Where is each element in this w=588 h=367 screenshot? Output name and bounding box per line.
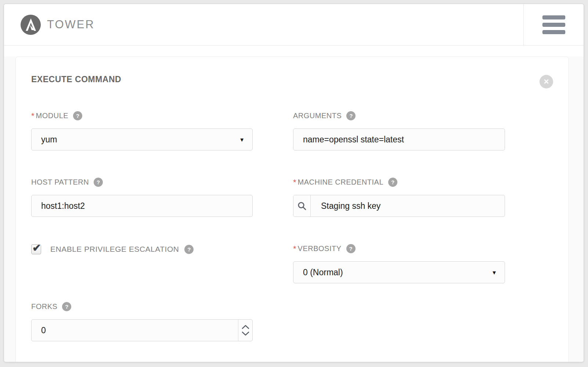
verbosity-label: VERBOSITY (298, 244, 342, 253)
help-icon[interactable]: ? (94, 178, 103, 187)
chevron-down-icon: ▼ (239, 137, 245, 143)
execute-command-panel: EXECUTE COMMAND ✕ * MODULE ? (15, 57, 569, 362)
verbosity-selected-value: 0 (Normal) (293, 268, 505, 277)
stepper-up-icon[interactable] (242, 324, 249, 330)
top-navbar: TOWER (4, 4, 584, 46)
close-icon[interactable]: ✕ (540, 75, 553, 88)
hamburger-bar (542, 30, 565, 34)
module-label: MODULE (36, 112, 69, 120)
help-icon[interactable]: ? (346, 111, 356, 120)
ansible-logo-icon (21, 15, 41, 35)
hamburger-bar (542, 23, 565, 27)
form-column-right: ARGUMENTS ? * MACHINE CREDENTIAL ? (293, 111, 505, 362)
privilege-escalation-label: ENABLE PRIVILEGE ESCALATION (50, 245, 179, 254)
machine-credential-box (293, 195, 505, 217)
forks-box (31, 319, 253, 341)
module-label-row: * MODULE ? (31, 111, 253, 120)
forks-stepper (238, 320, 252, 341)
module-select[interactable]: yum ▼ (31, 128, 253, 150)
host-pattern-field-group: HOST PATTERN ? (31, 178, 253, 217)
arguments-box (293, 128, 505, 150)
navbar-menu-section (523, 4, 584, 45)
help-icon[interactable]: ? (388, 178, 397, 187)
host-pattern-label-row: HOST PATTERN ? (31, 178, 253, 187)
chevron-down-icon: ▼ (491, 269, 497, 276)
privilege-escalation-group: ✔ ENABLE PRIVILEGE ESCALATION ? (31, 244, 253, 254)
module-selected-value: yum (32, 135, 252, 145)
required-marker: * (293, 178, 296, 187)
hamburger-bar (542, 15, 565, 19)
arguments-label: ARGUMENTS (293, 112, 342, 120)
verbosity-select[interactable]: 0 (Normal) ▼ (293, 261, 505, 283)
arguments-input[interactable] (293, 129, 505, 150)
stepper-down-icon[interactable] (242, 330, 249, 337)
machine-credential-label-row: * MACHINE CREDENTIAL ? (293, 178, 505, 187)
search-icon[interactable] (293, 195, 311, 217)
machine-credential-field-group: * MACHINE CREDENTIAL ? (293, 178, 505, 217)
forks-label: FORKS (31, 302, 57, 311)
hamburger-menu-icon[interactable] (542, 12, 565, 37)
checkmark-icon: ✔ (32, 242, 41, 254)
arguments-field-group: ARGUMENTS ? (293, 111, 505, 150)
help-icon[interactable]: ? (184, 245, 194, 254)
forks-label-row: FORKS ? (31, 302, 253, 311)
host-pattern-label: HOST PATTERN (31, 178, 89, 186)
machine-credential-label: MACHINE CREDENTIAL (298, 178, 383, 186)
help-icon[interactable]: ? (73, 111, 82, 120)
panel-header: EXECUTE COMMAND ✕ (31, 74, 553, 88)
form-column-left: * MODULE ? yum ▼ HOST PATTERN (31, 111, 253, 362)
host-pattern-box (31, 195, 253, 217)
host-pattern-input[interactable] (32, 195, 252, 217)
page-title: EXECUTE COMMAND (31, 74, 121, 85)
machine-credential-input[interactable] (311, 195, 505, 217)
page-content: EXECUTE COMMAND ✕ * MODULE ? (4, 57, 584, 362)
module-field-group: * MODULE ? yum ▼ (31, 111, 253, 150)
brand-title: TOWER (47, 18, 95, 31)
forks-field-group: FORKS ? (31, 302, 253, 341)
forks-input[interactable] (32, 320, 238, 341)
app-window: TOWER EXECUTE COMMAND ✕ (4, 4, 584, 362)
verbosity-label-row: * VERBOSITY ? (293, 244, 505, 253)
close-glyph: ✕ (544, 78, 549, 85)
privilege-escalation-checkbox[interactable]: ✔ (31, 244, 41, 254)
verbosity-field-group: * VERBOSITY ? 0 (Normal) ▼ (293, 244, 505, 283)
ansible-a-glyph (25, 18, 37, 31)
help-icon[interactable]: ? (346, 244, 356, 253)
required-marker: * (293, 244, 296, 253)
help-icon[interactable]: ? (62, 302, 71, 311)
execute-command-form: * MODULE ? yum ▼ HOST PATTERN (31, 111, 553, 362)
arguments-label-row: ARGUMENTS ? (293, 111, 505, 120)
brand: TOWER (4, 4, 523, 45)
required-marker: * (31, 111, 35, 120)
